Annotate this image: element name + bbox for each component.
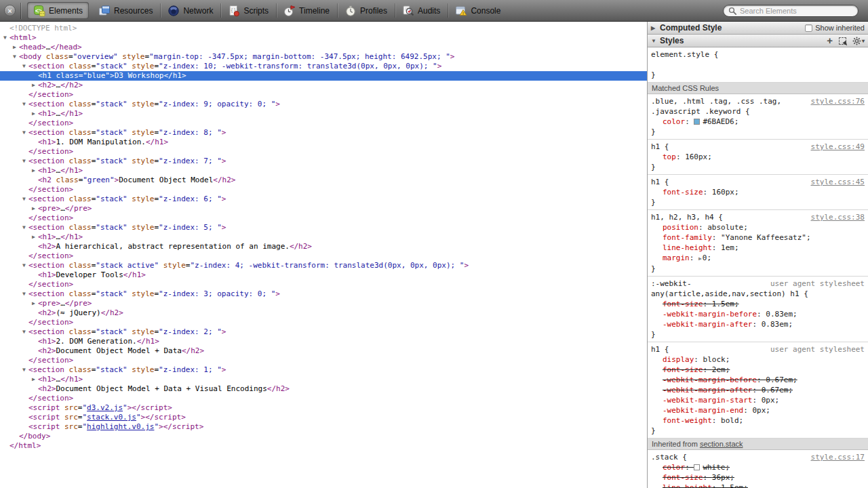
expand-triangle-icon[interactable]: ▶ xyxy=(30,299,37,308)
expand-triangle-icon[interactable]: ▶ xyxy=(30,204,37,214)
rule-selector[interactable]: h1, h2, h3, h4 { xyxy=(651,213,723,222)
dom-tree-node[interactable]: ▼<section class="stack" style="z-index: … xyxy=(0,223,647,232)
property-name[interactable]: font-family xyxy=(663,233,712,242)
css-property[interactable]: top: 160px; xyxy=(651,152,865,162)
styles-header[interactable]: ▼ Styles + ▾ xyxy=(648,35,868,47)
css-property[interactable]: margin: ▶0; xyxy=(651,253,865,264)
property-name[interactable]: position xyxy=(663,223,698,232)
tab-scripts[interactable]: { }Scripts xyxy=(220,0,276,21)
tab-audits[interactable]: Audits xyxy=(395,0,448,21)
dom-tree-node[interactable]: ▼<html> xyxy=(0,33,647,43)
dom-tree-node[interactable]: <script src="d3.v2.js"></script> xyxy=(0,403,647,413)
css-property[interactable]: -webkit-margin-before: 0.83em; xyxy=(651,309,865,319)
stylesheet-link[interactable]: style.css:76 xyxy=(811,96,865,106)
dom-tree-node[interactable]: ▼<section class="stack" style="z-index: … xyxy=(0,289,647,299)
dom-tree-node[interactable]: ▶<h1>…</h1> xyxy=(0,166,647,176)
expand-shorthand-icon[interactable]: ▶ xyxy=(698,256,702,262)
collapse-triangle-icon[interactable]: ▼ xyxy=(20,128,28,138)
collapse-triangle-icon[interactable]: ▼ xyxy=(20,62,28,71)
css-property[interactable]: font-size: 1.5em; xyxy=(651,299,865,309)
css-property[interactable]: line-height: 1.5em; xyxy=(651,483,865,488)
collapse-triangle-icon[interactable]: ▼ xyxy=(20,157,28,166)
property-name[interactable]: font-size xyxy=(663,365,703,374)
dom-tree-node[interactable]: ▼<section class="stack" style="z-index: … xyxy=(0,327,647,337)
collapse-triangle-icon[interactable]: ▼ xyxy=(20,365,28,375)
dom-tree-node[interactable]: ▼<body class="overview" style="margin-to… xyxy=(0,52,647,62)
new-style-rule-button[interactable]: + xyxy=(827,37,833,45)
collapse-triangle-icon[interactable]: ▼ xyxy=(20,223,28,232)
expand-triangle-icon[interactable]: ▶ xyxy=(30,166,37,176)
dom-tree-node[interactable]: ▼<section class="stack" style="z-index: … xyxy=(0,100,647,109)
computed-style-header[interactable]: ▶ Computed Style Show inherited xyxy=(648,22,868,35)
collapse-triangle-icon[interactable]: ▼ xyxy=(20,289,28,299)
show-inherited-checkbox[interactable] xyxy=(805,24,812,32)
gear-menu-button[interactable]: ▾ xyxy=(852,37,865,45)
css-property[interactable]: -webkit-margin-after: 0.83em; xyxy=(651,319,865,329)
dom-tree-node[interactable]: <h1>Developer Tools</h1> xyxy=(0,270,647,280)
collapse-triangle-icon[interactable]: ▼ xyxy=(20,327,28,337)
expand-triangle-icon[interactable]: ▶ xyxy=(30,232,37,242)
css-property[interactable]: -webkit-margin-after: 0.67em; xyxy=(651,385,865,395)
dom-tree-node[interactable]: <h2>Document Object Model + Data</h2> xyxy=(0,346,647,356)
property-name[interactable]: font-weight xyxy=(663,416,712,425)
rule-selector[interactable]: element.style { xyxy=(651,50,718,59)
css-property[interactable]: -webkit-margin-end: 0px; xyxy=(651,405,865,415)
dom-tree-node[interactable]: </section> xyxy=(0,214,647,223)
dom-tree-node[interactable]: <h2>Document Object Model + Data + Visua… xyxy=(0,384,647,394)
css-property[interactable]: font-size: 160px; xyxy=(651,187,865,197)
collapsed-triangle-icon[interactable]: ▶ xyxy=(651,25,657,31)
dom-tree-node[interactable]: <h2>(≈ jQuery)</h2> xyxy=(0,308,647,318)
dom-tree-node[interactable]: <script src="stack.v0.js"></script> xyxy=(0,413,647,422)
property-name[interactable]: -webkit-margin-after xyxy=(663,320,752,329)
css-property[interactable]: font-weight: bold; xyxy=(651,415,865,426)
property-name[interactable]: -webkit-margin-before xyxy=(663,310,757,319)
tab-timeline[interactable]: Timeline xyxy=(276,0,337,21)
dom-tree-node[interactable]: </section> xyxy=(0,119,647,128)
property-name[interactable]: font-size xyxy=(663,473,703,482)
tab-console[interactable]: !Console xyxy=(448,0,508,21)
close-button[interactable]: × xyxy=(4,5,16,16)
stylesheet-link[interactable]: style.css:49 xyxy=(811,142,865,152)
tab-resources[interactable]: Resources xyxy=(91,0,160,21)
property-name[interactable]: -webkit-margin-before xyxy=(663,375,757,384)
collapse-triangle-icon[interactable]: ▼ xyxy=(11,52,18,62)
dom-tree-node[interactable]: ▶<h1>…</h1> xyxy=(0,109,647,119)
property-name[interactable]: font-size xyxy=(663,300,703,308)
css-property[interactable]: font-size: 36px; xyxy=(651,472,865,483)
dom-tree[interactable]: <!DOCTYPE html>▼<html>▶<head>…</head>▼<b… xyxy=(0,22,647,488)
css-property[interactable]: position: absolute; xyxy=(651,222,865,232)
property-name[interactable]: color xyxy=(663,117,685,126)
color-swatch[interactable] xyxy=(694,119,700,125)
dom-tree-node[interactable]: ▼<section class="stack active" style="z-… xyxy=(0,261,647,270)
collapse-triangle-icon[interactable]: ▼ xyxy=(20,100,28,109)
dom-tree-node[interactable]: ▼<section class="stack" style="z-index: … xyxy=(0,365,647,375)
dom-tree-node[interactable]: ▼<section class="stack" style="z-index: … xyxy=(0,195,647,204)
property-name[interactable]: color xyxy=(663,463,685,472)
property-name[interactable]: -webkit-margin-after xyxy=(663,386,752,394)
empty-property-slot[interactable] xyxy=(651,60,865,70)
dom-tree-node[interactable]: <h1>1. DOM Manipulation.</h1> xyxy=(0,138,647,147)
tab-network[interactable]: Network xyxy=(160,0,220,21)
property-name[interactable]: font-size xyxy=(663,188,703,197)
collapse-triangle-icon[interactable]: ▼ xyxy=(20,195,28,204)
search-input[interactable] xyxy=(723,5,859,17)
tab-profiles[interactable]: Profiles xyxy=(337,0,395,21)
property-name[interactable]: display xyxy=(663,355,694,364)
stylesheet-link[interactable]: style.css:17 xyxy=(811,452,865,462)
collapse-triangle-icon[interactable]: ▼ xyxy=(1,33,9,43)
property-name[interactable]: -webkit-margin-end xyxy=(663,406,743,415)
css-property[interactable]: -webkit-margin-before: 0.67em; xyxy=(651,375,865,385)
property-name[interactable]: line-height xyxy=(663,243,712,252)
stylesheet-link[interactable]: style.css:38 xyxy=(811,212,865,222)
dom-tree-node[interactable]: </section> xyxy=(0,394,647,403)
dom-tree-node[interactable]: </section> xyxy=(0,280,647,289)
property-name[interactable]: top xyxy=(663,152,676,161)
css-property[interactable]: color: white; xyxy=(651,462,865,472)
css-property[interactable]: font-size: 2em; xyxy=(651,365,865,375)
dom-tree-node[interactable]: ▶<head>…</head> xyxy=(0,43,647,52)
css-property[interactable]: line-height: 1em; xyxy=(651,243,865,253)
property-name[interactable]: -webkit-margin-start xyxy=(663,396,752,405)
dom-tree-node[interactable]: </section> xyxy=(0,147,647,157)
dom-tree-node[interactable]: </html> xyxy=(0,441,647,451)
expanded-triangle-icon[interactable]: ▼ xyxy=(651,38,657,44)
